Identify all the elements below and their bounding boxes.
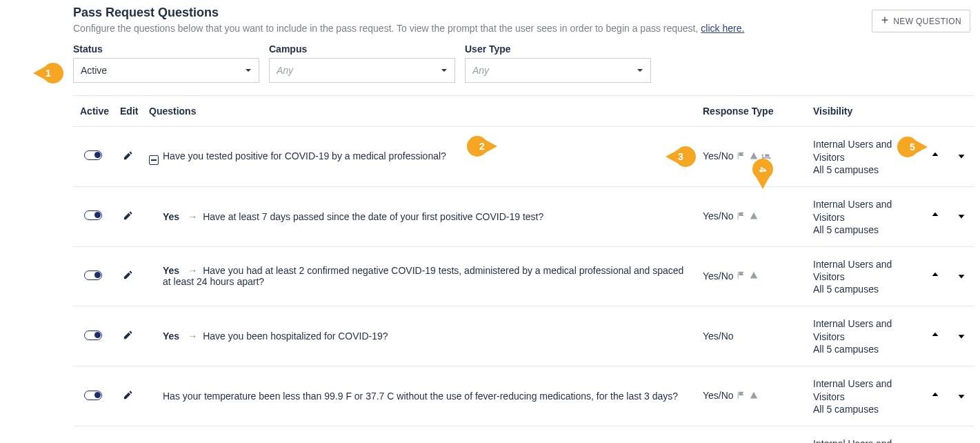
bed-icon (761, 151, 771, 163)
branch-prefix: Yes (163, 265, 179, 276)
flag-icon (737, 391, 746, 402)
table-row: Do you currently exhibit any respiratory… (73, 426, 974, 443)
move-down-button[interactable] (957, 391, 966, 400)
question-text: Have you tested positive for COVID-19 by… (163, 150, 446, 161)
caret-down-icon (245, 65, 252, 76)
col-questions: Questions (142, 96, 696, 127)
question-text: Have you had at least 2 confirmed negati… (163, 265, 683, 287)
plus-icon (881, 16, 889, 26)
response-type-value: Yes/No (703, 270, 734, 282)
warn-icon (749, 151, 759, 163)
move-up-button[interactable] (930, 150, 940, 160)
campus-select-value: Any (277, 65, 293, 76)
status-select[interactable]: Active (73, 58, 259, 83)
page-subtitle-text: Configure the questions below that you w… (73, 23, 701, 34)
table-row: Yes→Have you had at least 2 confirmed ne… (73, 246, 974, 306)
flag-icon (737, 151, 746, 163)
question-text: Have you been hospitalized for COVID-19? (203, 331, 388, 342)
page-subtitle: Configure the questions below that you w… (73, 23, 872, 34)
caret-down-icon (637, 65, 643, 76)
campus-label: Campus (269, 43, 455, 55)
edit-icon[interactable] (123, 210, 133, 221)
prompt-link[interactable]: click here. (701, 23, 744, 34)
branch-prefix: Yes (163, 331, 179, 342)
flag-icon (737, 270, 746, 282)
usertype-label: User Type (465, 43, 651, 55)
visibility-users: Internal Users and Visitors (813, 377, 915, 404)
move-down-button[interactable] (957, 210, 966, 220)
move-down-button[interactable] (957, 150, 966, 160)
move-up-button[interactable] (930, 210, 940, 220)
table-row: Yes→Have you been hospitalized for COVID… (73, 306, 974, 366)
col-move-down (948, 96, 974, 127)
move-down-button[interactable] (957, 270, 966, 280)
visibility-campuses: All 5 campuses (813, 164, 915, 175)
col-response-type: Response Type (696, 96, 806, 127)
usertype-select-value: Any (472, 65, 489, 76)
visibility-campuses: All 5 campuses (813, 284, 915, 295)
status-select-value: Active (81, 65, 107, 76)
callout-1: 1 (33, 63, 63, 83)
move-up-button[interactable] (930, 270, 940, 280)
response-type-value: Yes/No (703, 390, 734, 401)
active-toggle[interactable] (84, 270, 102, 280)
table-row: Have you tested positive for COVID-19 by… (73, 127, 974, 187)
edit-icon[interactable] (123, 270, 133, 280)
warn-icon (749, 270, 759, 282)
response-type-value: Yes/No (703, 331, 734, 342)
response-type-value: Yes/No (703, 150, 734, 161)
arrow-icon: → (188, 331, 197, 342)
visibility-users: Internal Users and Visitors (813, 437, 915, 443)
response-type-value: Yes/No (703, 210, 734, 222)
callout-4: 4 (752, 159, 773, 189)
edit-icon[interactable] (123, 390, 133, 400)
question-text: Have at least 7 days passed since the da… (203, 211, 543, 222)
campus-select[interactable]: Any (269, 58, 455, 83)
new-question-button[interactable]: NEW QUESTION (872, 10, 970, 32)
arrow-icon: → (188, 265, 197, 276)
edit-icon[interactable] (123, 330, 133, 340)
active-toggle[interactable] (84, 331, 102, 340)
collapse-icon[interactable] (149, 155, 159, 165)
new-question-label: NEW QUESTION (893, 17, 961, 26)
active-toggle[interactable] (84, 150, 102, 160)
warn-icon (749, 391, 759, 402)
caret-down-icon (441, 65, 448, 76)
branch-prefix: Yes (163, 211, 179, 222)
move-up-button[interactable] (930, 391, 940, 400)
col-edit: Edit (113, 96, 142, 127)
visibility-campuses: All 5 campuses (813, 224, 915, 235)
arrow-icon: → (188, 211, 197, 222)
move-down-button[interactable] (957, 331, 966, 340)
callout-2: 2 (467, 136, 497, 157)
table-row: Yes→Have at least 7 days passed since th… (73, 186, 974, 246)
visibility-campuses: All 5 campuses (813, 344, 915, 355)
status-label: Status (73, 43, 259, 55)
questions-table: Active Edit Questions Response Type Visi… (73, 95, 974, 443)
active-toggle[interactable] (84, 391, 102, 400)
visibility-campuses: All 5 campuses (813, 404, 915, 415)
usertype-select[interactable]: Any (465, 58, 651, 83)
active-toggle[interactable] (84, 210, 102, 220)
visibility-users: Internal Users and Visitors (813, 258, 915, 284)
warn-icon (749, 211, 759, 223)
table-row: Has your temperature been less than 99.9… (73, 366, 974, 426)
visibility-users: Internal Users and Visitors (813, 317, 915, 344)
edit-icon[interactable] (123, 150, 133, 161)
page-title: Pass Request Questions (73, 6, 872, 20)
question-text: Has your temperature been less than 99.9… (163, 391, 678, 402)
flag-icon (737, 211, 746, 223)
move-up-button[interactable] (930, 331, 940, 340)
col-visibility: Visibility (806, 96, 922, 127)
visibility-users: Internal Users and Visitors (813, 138, 915, 164)
visibility-users: Internal Users and Visitors (813, 198, 915, 224)
col-move-up (922, 96, 948, 127)
col-active: Active (73, 96, 113, 127)
